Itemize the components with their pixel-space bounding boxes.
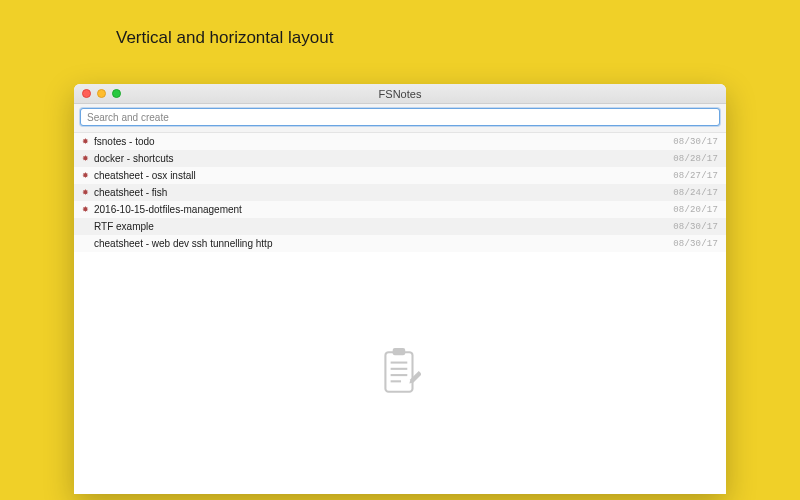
note-list: ✸fsnotes - todo08/30/17✸docker - shortcu… xyxy=(74,133,726,252)
list-item[interactable]: ✸cheatsheet - osx install08/27/17 xyxy=(74,167,726,184)
svg-rect-1 xyxy=(393,348,406,355)
pin-icon: ✸ xyxy=(80,155,90,163)
note-title: RTF example xyxy=(94,221,673,232)
note-title: cheatsheet - fish xyxy=(94,187,673,198)
close-icon[interactable] xyxy=(82,89,91,98)
pin-icon: ✸ xyxy=(80,206,90,214)
note-title: fsnotes - todo xyxy=(94,136,673,147)
note-date: 08/30/17 xyxy=(673,239,718,249)
list-item[interactable]: RTF example08/30/17 xyxy=(74,218,726,235)
note-title: 2016-10-15-dotfiles-management xyxy=(94,204,673,215)
note-date: 08/30/17 xyxy=(673,137,718,147)
note-title: cheatsheet - web dev ssh tunnelling http xyxy=(94,238,673,249)
zoom-icon[interactable] xyxy=(112,89,121,98)
note-date: 08/24/17 xyxy=(673,188,718,198)
app-window: FSNotes Search and create ✸fsnotes - tod… xyxy=(74,84,726,494)
pin-icon: ✸ xyxy=(80,138,90,146)
list-item[interactable]: ✸cheatsheet - fish08/24/17 xyxy=(74,184,726,201)
list-item[interactable]: ✸docker - shortcuts08/28/17 xyxy=(74,150,726,167)
minimize-icon[interactable] xyxy=(97,89,106,98)
note-date: 08/20/17 xyxy=(673,205,718,215)
window-title: FSNotes xyxy=(379,88,422,100)
note-content-empty xyxy=(74,252,726,494)
clipboard-icon xyxy=(379,348,421,398)
titlebar[interactable]: FSNotes xyxy=(74,84,726,104)
note-title: docker - shortcuts xyxy=(94,153,673,164)
note-date: 08/27/17 xyxy=(673,171,718,181)
search-input[interactable]: Search and create xyxy=(80,108,720,126)
note-title: cheatsheet - osx install xyxy=(94,170,673,181)
traffic-lights xyxy=(82,89,121,98)
list-item[interactable]: ✸2016-10-15-dotfiles-management08/20/17 xyxy=(74,201,726,218)
list-item[interactable]: cheatsheet - web dev ssh tunnelling http… xyxy=(74,235,726,252)
note-date: 08/30/17 xyxy=(673,222,718,232)
svg-rect-0 xyxy=(385,352,412,392)
search-bar-container: Search and create xyxy=(74,104,726,133)
pin-icon: ✸ xyxy=(80,189,90,197)
pin-icon: ✸ xyxy=(80,172,90,180)
list-item[interactable]: ✸fsnotes - todo08/30/17 xyxy=(74,133,726,150)
note-date: 08/28/17 xyxy=(673,154,718,164)
page-heading: Vertical and horizontal layout xyxy=(116,28,333,48)
